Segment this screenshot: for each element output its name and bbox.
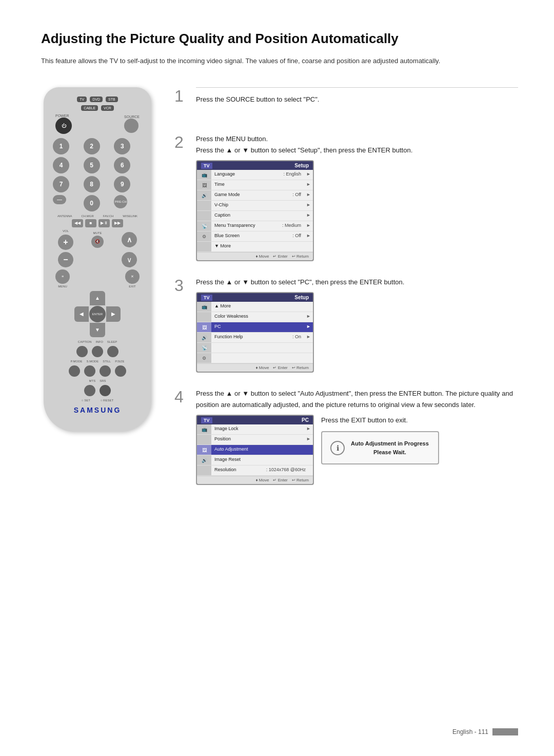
pos-icon [197,435,211,444]
info-button[interactable] [92,346,103,357]
mts-srs-labels: MTS SRS [53,379,142,382]
menu-row-pc: 🖼 PC ► [197,322,313,333]
menu-row-resolution: Resolution : 1024x768 @60Hz [197,466,313,476]
play-pause-button[interactable]: ▶⏸ [98,219,110,227]
imagereset-label: Image Reset [211,455,303,465]
dvd-button[interactable]: DVD [90,96,103,102]
page-footer: English - 111 [452,728,518,735]
vol-ch-area: VOL + MUTE 🔇 ∧ [53,229,142,250]
antenna-label: ANTENNA [57,215,72,218]
dpad-down-button[interactable]: ▼ [90,323,105,337]
step-1-content: Press the SOURCE button to select "PC". [196,87,518,118]
dpad-right-button[interactable]: ▶ [106,306,121,322]
vcr-button[interactable]: VCR [101,105,114,111]
auto-adjustment-info-box: ℹ Auto Adjustment in ProgressPlease Wait… [321,431,439,464]
mts-button[interactable] [84,385,95,396]
vchip-icon [197,201,211,210]
cw-arrow: ► [304,312,313,322]
exit-button[interactable]: ✕ [125,269,140,284]
ch-down-button[interactable]: ∨ [122,252,137,267]
num-6-button[interactable]: 6 [114,157,130,173]
tv-button[interactable]: TV [77,96,87,102]
mts-label: MTS [89,379,95,382]
dpad-up-button[interactable]: ▲ [90,291,105,305]
footer-move: ♦ Move [256,254,269,259]
power-button[interactable]: ⏻ [55,118,72,134]
step-4-extra-text: Press the EXIT button to exit. [321,415,439,426]
step-1-text: Press the SOURCE button to select "PC". [196,87,518,105]
dash-button[interactable]: — [53,195,66,204]
rewind-button[interactable]: ◀◀ [72,219,83,227]
num-1-button[interactable]: 1 [53,138,69,154]
srs-button[interactable] [100,385,111,396]
num-8-button[interactable]: 8 [84,176,100,192]
mute-button[interactable]: 🔇 [91,236,104,248]
remote-control: TV DVD STB CABLE VCR POWER ⏻ SOURCE [44,87,151,432]
num-7-button[interactable]: 7 [53,176,69,192]
imagelock-arrow: ► [304,424,313,434]
bottom-labels-row2: P.MODE S.MODE STILL P.SIZE [53,360,142,363]
fast-forward-button[interactable]: ▶▶ [112,219,123,227]
stop-button[interactable]: ■ [85,219,96,227]
menu-button[interactable]: ≡ [55,269,70,284]
stb-button[interactable]: STB [106,96,118,102]
sleep-button[interactable] [107,346,118,357]
tv-screen-2: TV Setup 📺 Language : English ► 🖼 Time [196,160,314,261]
imagelock-label: Image Lock [211,424,298,434]
channel-icon-3: 📡 [197,343,211,353]
bluescreen-arrow: ► [304,231,313,241]
setup3-label [211,353,303,363]
power-source-row: POWER ⏻ SOURCE [53,114,142,134]
vol-up-button[interactable]: + [58,235,73,250]
num-5-button[interactable]: 5 [84,157,100,173]
dpad-area: ▲ ▼ ◀ ▶ ENTER [74,291,121,337]
num-3-button[interactable]: 3 [114,138,130,154]
source-button[interactable] [124,119,138,133]
footer-move-3: ♦ Move [256,365,269,370]
num-4-button[interactable]: 4 [53,157,69,173]
cable-button[interactable]: CABLE [81,105,98,111]
num-9-button[interactable]: 9 [114,176,130,192]
menu-row-moretop: 📺 ▲ More [197,302,313,312]
setup3-value [303,353,309,363]
menu-row-time: 🖼 Time ► [197,180,313,190]
vol-down-button[interactable]: − [58,252,73,267]
caption-button[interactable] [76,346,88,357]
ch-up-button[interactable]: ∧ [122,232,137,247]
step-4: 4 Press the ▲ or ▼ button to select "Aut… [174,388,518,485]
step-3-content: Press the ▲ or ▼ button to select "PC", … [196,277,518,373]
dpad-left-button[interactable]: ◀ [74,306,89,322]
imagereset-value [303,455,309,465]
pc-value [298,322,304,332]
num-2-button[interactable]: 2 [84,138,100,154]
moretop-arrow [309,302,313,312]
moretop-label: ▲ More [211,302,303,312]
channel3-label [211,343,303,353]
gamemode-value: : Off [289,190,304,200]
menu-row-imagelock: 📺 Image Lock ► [197,424,313,435]
favch-label: FAV.CH [103,215,114,218]
language-label: Language [211,170,281,180]
num-0-button[interactable]: 0 [84,195,100,211]
more-value [303,242,309,251]
caption-label-menu: Caption [211,211,298,221]
still-button[interactable] [100,365,111,377]
enter-button[interactable]: ENTER [89,306,106,322]
psize-button[interactable] [115,365,126,377]
menu-row-functionhelp: 🔊 Function Help : On ► [197,333,313,343]
gamemode-arrow: ► [304,190,313,200]
bluescreen-value: : Off [289,231,304,241]
sleep-label: SLEEP [107,340,117,343]
fh-label: Function Help [211,333,289,342]
smode-button[interactable] [84,365,95,377]
pmode-button[interactable] [69,365,80,377]
still-label: STILL [103,360,111,363]
prech-button[interactable]: PRE-CH [114,195,127,208]
menu-row-more: ▼ More [197,242,313,252]
caption-value [298,211,304,221]
tv-screen-3-header: TV Setup [197,293,313,302]
input-icon-3: 📺 [197,302,211,312]
bluescreen-label: Blue Screen [211,231,289,241]
autoadj-value [303,445,309,455]
reset-radio: ○ RESET [101,399,113,402]
